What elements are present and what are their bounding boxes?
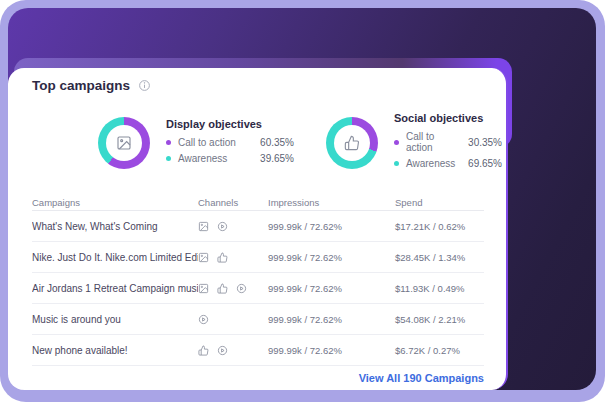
impressions-value: 999.99k / 72.62%	[268, 314, 395, 325]
legend-value: 60.35%	[260, 137, 294, 148]
legend-value: 69.65%	[468, 158, 502, 169]
column-header-campaigns: Campaigns	[32, 197, 198, 208]
campaign-name: Music is around you	[32, 314, 198, 325]
spend-value: $17.21K / 0.62%	[395, 221, 484, 232]
play-circle-icon	[236, 283, 247, 294]
social-objectives-group: Social objectives Call to action 30.35% …	[326, 110, 502, 176]
legend-value: 39.65%	[260, 153, 294, 164]
column-header-spend: Spend	[395, 197, 484, 208]
impressions-value: 999.99k / 72.62%	[268, 345, 395, 356]
thumbs-up-icon	[198, 345, 209, 356]
legend-item: Awareness 69.65%	[394, 158, 502, 169]
table-row[interactable]: Music is around you 999.99k / 72.62% $54…	[32, 304, 484, 335]
campaign-name: Nike. Just Do It. Nike.com Limited Editi…	[32, 252, 198, 263]
screenshot-stage: Top campaigns	[0, 0, 605, 402]
image-icon	[198, 283, 209, 294]
table-row[interactable]: What's New, What's Coming 999.99k / 72.6…	[32, 211, 484, 242]
image-icon	[116, 135, 132, 151]
display-objectives-title: Display objectives	[166, 118, 294, 130]
play-circle-icon	[217, 345, 228, 356]
thumbs-up-icon	[217, 252, 228, 263]
display-objectives-group: Display objectives Call to action 60.35%…	[98, 110, 294, 176]
impressions-value: 999.99k / 72.62%	[268, 221, 395, 232]
table-header-row: Campaigns Channels Impressions Spend	[32, 194, 484, 211]
legend-dot-teal	[166, 156, 171, 161]
legend-item: Awareness 39.65%	[166, 153, 294, 164]
table-row[interactable]: Air Jordans 1 Retreat Campaign music 999…	[32, 273, 484, 304]
legend-item: Call to action 30.35%	[394, 131, 502, 153]
spend-value: $11.93K / 0.49%	[395, 283, 484, 294]
impressions-value: 999.99k / 72.62%	[268, 252, 395, 263]
campaign-name: What's New, What's Coming	[32, 221, 198, 232]
spend-value: $54.08K / 2.21%	[395, 314, 484, 325]
play-circle-icon	[217, 221, 228, 232]
page-title: Top campaigns	[32, 78, 130, 93]
table-row[interactable]: Nike. Just Do It. Nike.com Limited Editi…	[32, 242, 484, 273]
table-row[interactable]: New phone available! 999.99k / 72.62% $6…	[32, 335, 484, 366]
legend-dot-purple	[166, 140, 171, 145]
legend-item: Call to action 60.35%	[166, 137, 294, 148]
thumbs-up-icon	[344, 135, 360, 151]
card-header: Top campaigns	[32, 78, 151, 93]
social-objectives-title: Social objectives	[394, 112, 502, 124]
legend-value: 30.35%	[468, 137, 502, 148]
impressions-value: 999.99k / 72.62%	[268, 283, 395, 294]
legend-label: Call to action	[406, 131, 461, 153]
legend-label: Call to action	[178, 137, 236, 148]
legend-dot-purple	[394, 140, 399, 145]
column-header-impressions: Impressions	[268, 197, 395, 208]
display-objectives-donut	[98, 117, 150, 169]
spend-value: $6.72K / 0.27%	[395, 345, 484, 356]
campaign-name: Air Jordans 1 Retreat Campaign music	[32, 283, 198, 294]
image-icon	[198, 252, 209, 263]
social-objectives-donut	[326, 117, 378, 169]
column-header-channels: Channels	[198, 197, 268, 208]
campaign-name: New phone available!	[32, 345, 198, 356]
legend-dot-teal	[394, 161, 399, 166]
image-icon	[198, 221, 209, 232]
campaigns-table: Campaigns Channels Impressions Spend Wha…	[32, 194, 484, 366]
info-icon[interactable]	[138, 79, 151, 92]
top-campaigns-card: Top campaigns	[8, 68, 508, 390]
spend-value: $28.45K / 1.34%	[395, 252, 484, 263]
play-circle-icon	[198, 314, 209, 325]
view-all-campaigns-link[interactable]: View All 190 Campaigns	[359, 372, 484, 384]
legend-label: Awareness	[406, 158, 455, 169]
legend-label: Awareness	[178, 153, 227, 164]
thumbs-up-icon	[217, 283, 228, 294]
